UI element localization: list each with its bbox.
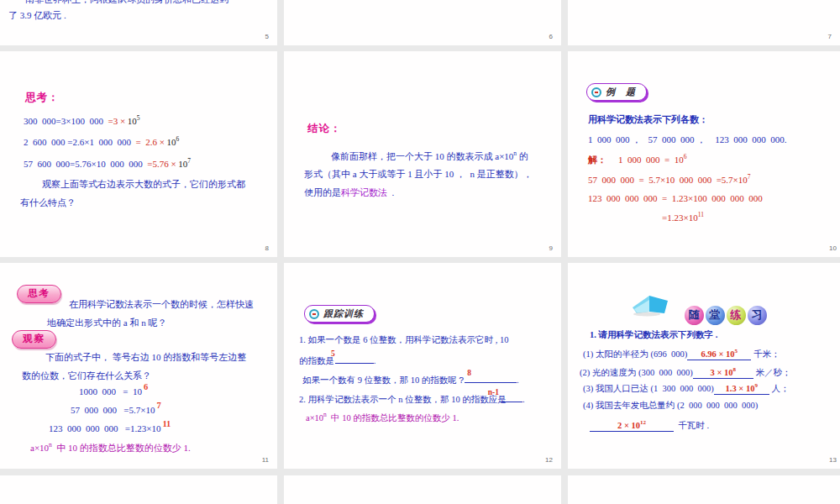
header-ball: 堂 (706, 306, 725, 325)
power-exponent: 11 (698, 211, 704, 218)
power-base: 10 (178, 159, 187, 169)
slide5-text-line2: 了 3.9 亿欧元 . (8, 10, 66, 21)
slide-thumbnail-8[interactable]: 思考： 300 000=3×100 000 =3 × 105 2 600 000… (0, 51, 277, 257)
open-book-icon (632, 293, 669, 320)
equation-result: = 2.6 × (134, 137, 167, 147)
power-exponent: 11 (162, 419, 171, 428)
example-badge: 例 题 (586, 83, 647, 101)
answer-text: 8 (467, 369, 471, 377)
question-line: 的指数是5. (299, 354, 375, 366)
equation-line: 2 600 000 =2.6×1 000 000 = 2.6 × 106 (24, 136, 179, 147)
text: 57 000 000 =5.7×10 (71, 405, 155, 415)
answer-blank (465, 373, 517, 383)
slide9-title: 结论： (307, 123, 342, 134)
task-line: 1. 请用科学记数法表示下列数字 . (590, 330, 717, 340)
equation-left: 300 000=3×100 000 (24, 116, 103, 126)
text: 米／秒； (753, 368, 791, 377)
text: 像前面那样，把一个大于 10 的数表示成 a×10 (331, 151, 513, 161)
text-line: 地确定出形式中的 a 和 n 呢？ (47, 318, 166, 328)
conclusion-line: a×10n 中 10 的指数总比整数的位数少 1. (30, 442, 191, 453)
question-line: 1. 如果一个数是 6 位整数，用科学记数法表示它时 , 10 (299, 335, 508, 345)
slide-thumbnail-10[interactable]: 例 题 用科学记数法表示下列各数： 1 000 000 ， 57 000 000… (568, 51, 840, 257)
question-line: 如果一个数有 9 位整数，那 10 的指数呢？8. (302, 373, 519, 386)
paragraph-line: 使用的是科学记数法 . (304, 187, 394, 198)
power-exponent: 7 (187, 157, 191, 165)
power-base: 10 (167, 137, 176, 147)
slide-thumbnail-13[interactable]: 随堂练习 1. 请用科学记数法表示下列数字 . (1) 太阳的半径为 (696 … (568, 263, 840, 469)
question-text: 观察上面等式右边表示大数的式子，它们的形式都 (42, 179, 245, 190)
power-exponent: 6 (144, 382, 148, 391)
slide-thumbnail-6[interactable]: 6 (284, 0, 561, 45)
text: . (374, 356, 376, 365)
target-dot-icon (309, 309, 319, 319)
text: 千瓦时 . (674, 421, 709, 430)
slide-number: 6 (549, 33, 553, 40)
power-exponent: 8 (732, 366, 736, 373)
answer-underline: 2 × 1012 (590, 419, 674, 432)
power-exponent: 9 (754, 382, 758, 389)
slide-number: 8 (265, 244, 269, 252)
solution-label: 解： (588, 155, 606, 165)
text: a×10 (306, 413, 323, 423)
answer-blank (501, 392, 522, 402)
slide-thumbnail-5[interactable]: 南非世界杯上，阿根廷队球员的身价总和已经达到 了 3.9 亿欧元 . 5 (0, 0, 277, 45)
text: 1000 000 = 10 (79, 386, 142, 396)
equation-line: 300 000=3×100 000 =3 × 105 (24, 115, 140, 126)
question-text: 有什么特点？ (20, 197, 76, 208)
slide-number: 5 (265, 33, 269, 40)
answer-text: 6.96 × 10 (701, 349, 734, 359)
power-exponent: 7 (156, 401, 160, 410)
answer-text: 2 × 10 (617, 421, 640, 430)
text: 57 000 000 = 5.7×10 000 000 =5.7×10 (588, 175, 748, 185)
observe-badge: 观察 (12, 330, 56, 349)
equation-left: 57 600 000=5.76×10 000 000 (24, 159, 144, 169)
slide-number: 12 (545, 456, 553, 464)
text: (1) 太阳的半径为 (696 000) (583, 349, 687, 359)
answer-underline: 3 × 108 (693, 366, 753, 379)
text-line: 下面的式子中， 等号右边 10 的指数和等号左边整 (45, 352, 246, 363)
text: 中 10 的指数总比整数的位数少 1. (52, 443, 191, 453)
header-ball: 习 (748, 306, 767, 325)
equation-result: =5.76 × (144, 159, 178, 169)
slide-number: 7 (828, 33, 832, 40)
solution-line: 解：1 000 000 = 106 (588, 154, 686, 165)
practice-badge: 跟踪训练 (304, 305, 375, 323)
solution-line: 57 000 000 = 5.7×10 000 000 =5.7×107 (588, 174, 751, 185)
power-exponent: 5 (137, 114, 140, 122)
slide-number: 10 (829, 244, 837, 252)
paragraph-line: 像前面那样，把一个大于 10 的数表示成 a×10n 的 (331, 150, 528, 161)
slide-thumbnail-12[interactable]: 跟踪训练 1. 如果一个数是 6 位整数，用科学记数法表示它时 , 10 的指数… (284, 263, 561, 469)
think-badge: 思考 (17, 285, 61, 303)
header-ball: 练 (727, 306, 746, 325)
answer-underline: 6.96 × 105 (687, 348, 751, 360)
slide-thumbnail-15[interactable] (284, 475, 561, 504)
text: 1 000 000 = 10 (618, 155, 684, 165)
header-ball: 随 (685, 306, 704, 325)
task-text: 用科学记数法表示下列各数： (588, 114, 708, 125)
slide5-text-line1: 南非世界杯上，阿根廷队球员的身价总和已经达到 (25, 0, 228, 5)
item-line: (4) 我国去年发电总量约 (2 000 000 000 000) (583, 401, 758, 411)
slide-sorter-view: 南非世界杯上，阿根廷队球员的身价总和已经达到 了 3.9 亿欧元 . 5 6 7… (0, 0, 840, 504)
slide-number: 13 (829, 456, 837, 464)
item-line: (1) 太阳的半径为 (696 000)6.96 × 105 千米； (583, 348, 780, 360)
power-exponent: 7 (748, 173, 751, 181)
text: . (522, 395, 525, 404)
conclusion-line: a×10n 中 10 的指数总比整数的位数少 1. (306, 412, 459, 423)
item-line: 2 × 1012 千瓦时 . (590, 419, 709, 432)
slide-thumbnail-14[interactable] (0, 475, 277, 504)
text-line: 数的位数，它们存在什么关系？ (22, 370, 151, 381)
text: 如果一个数有 9 位整数，那 10 的指数呢？ (302, 375, 465, 385)
target-dot-icon (591, 87, 601, 97)
answer-text: n-1 (488, 388, 499, 396)
text: =1.23×10 (662, 213, 698, 223)
slide-thumbnail-9[interactable]: 结论： 像前面那样，把一个大于 10 的数表示成 a×10n 的 形式（其中 a… (284, 51, 561, 257)
power-exponent: 6 (684, 153, 687, 160)
answer-text: 3 × 10 (711, 368, 733, 377)
equation-line: 57 000 000 =5.7×107 (71, 405, 161, 416)
text: (2) 光的速度为 (300 000 000) (580, 368, 693, 377)
slide-thumbnail-7[interactable]: 7 (568, 0, 840, 45)
slide-thumbnail-16[interactable] (568, 475, 840, 504)
text: a×10 (30, 443, 49, 453)
paragraph-line: 形式（其中 a 大于或等于 1 且小于 10 ， n 是正整数）， (304, 169, 533, 180)
slide-thumbnail-11[interactable]: 思考 在用科学记数法表示一个数的时候，怎样快速 地确定出形式中的 a 和 n 呢… (0, 263, 277, 469)
